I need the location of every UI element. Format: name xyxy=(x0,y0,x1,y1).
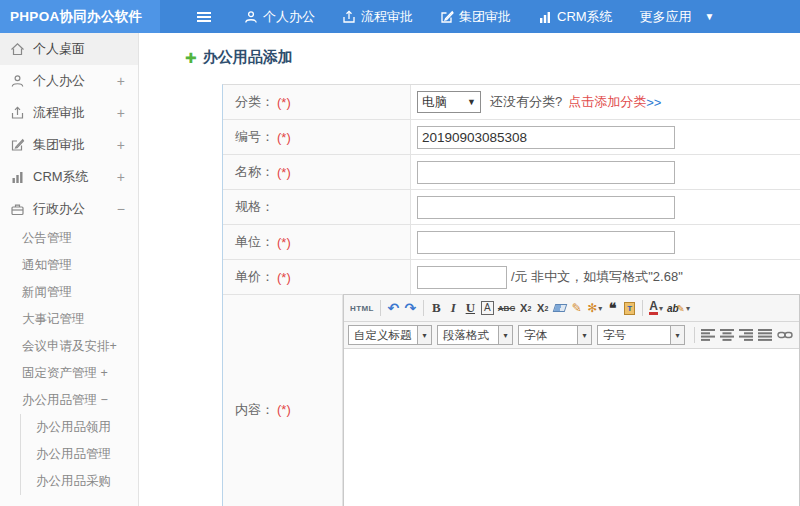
sidebar-item-group-approval[interactable]: 集团审批 + xyxy=(0,129,138,161)
html-source-button[interactable]: HTML xyxy=(348,298,376,319)
eraser-icon[interactable] xyxy=(551,298,568,319)
editor-toolbar-row1: HTML ↶ ↷ B I U A ABC X2 X2 ✎ xyxy=(344,295,799,322)
sidebar-item-supplies-purchase[interactable]: 办公用品采购 xyxy=(21,468,138,495)
nav-item-crm[interactable]: CRM系统 xyxy=(538,8,613,26)
required-mark: (*) xyxy=(277,270,291,285)
sidebar-item-announcement-mgmt[interactable]: 公告管理 xyxy=(0,225,138,252)
clean-format-brush-icon[interactable]: ✎ xyxy=(568,298,585,319)
required-mark: (*) xyxy=(277,95,291,110)
form-row-name: 名称：(*) xyxy=(223,155,800,190)
sidebar-item-desktop[interactable]: 个人桌面 xyxy=(0,33,138,65)
expand-icon[interactable]: + xyxy=(117,105,125,121)
bold-button[interactable]: B xyxy=(428,298,445,319)
sidebar-item-assets-mgmt[interactable]: 固定资产管理 + xyxy=(0,360,138,387)
approve-flow-icon xyxy=(342,10,356,24)
caret-down-icon[interactable]: ▼ xyxy=(705,11,715,22)
page-title: 办公用品添加 xyxy=(203,48,293,67)
required-mark: (*) xyxy=(277,130,291,145)
font-family-select[interactable]: 字体▾ xyxy=(518,325,592,345)
undo-icon[interactable]: ↶ xyxy=(385,298,402,319)
required-mark: (*) xyxy=(277,165,291,180)
editor-content-area[interactable] xyxy=(344,349,799,506)
category-select[interactable]: 电脑 ▼ xyxy=(417,91,481,113)
font-style-button[interactable]: A xyxy=(481,301,494,315)
top-nav: 个人办公 流程审批 集团审批 CRM系统 更多应用 ▼ xyxy=(160,0,800,33)
format-painter-icon[interactable]: ✻▾ xyxy=(585,298,604,319)
sidebar-item-supplies-manage[interactable]: 办公用品管理 xyxy=(21,441,138,468)
spec-label: 规格： xyxy=(235,198,274,216)
select-caret-icon: ▾ xyxy=(417,326,431,344)
paragraph-format-select[interactable]: 段落格式▾ xyxy=(437,325,513,345)
font-size-select[interactable]: 字号▾ xyxy=(597,325,685,345)
edit-square-icon xyxy=(440,10,454,24)
required-mark: (*) xyxy=(277,235,291,250)
price-format-hint: /元 非中文，如填写格式"2.68" xyxy=(511,268,683,286)
expand-icon[interactable]: + xyxy=(117,137,125,153)
custom-title-select[interactable]: 自定义标题▾ xyxy=(348,325,432,345)
app-logo: PHPOA协同办公软件 xyxy=(0,0,160,33)
unit-label: 单位： xyxy=(235,233,274,251)
sidebar-item-meeting-mgmt[interactable]: 会议申请及安排+ xyxy=(0,333,138,360)
home-icon xyxy=(9,42,25,56)
sidebar-item-crm[interactable]: CRM系统 + xyxy=(0,161,138,193)
expand-icon[interactable]: + xyxy=(117,73,125,89)
editor-toolbar-row2: 自定义标题▾ 段落格式▾ 字体▾ 字号▾ xyxy=(344,322,799,349)
unit-input[interactable] xyxy=(417,231,675,254)
font-color-button[interactable]: A▾ xyxy=(647,298,665,319)
align-right-icon[interactable] xyxy=(737,325,756,346)
align-justify-icon[interactable] xyxy=(756,325,775,346)
sidebar-item-admin-office[interactable]: 行政办公 − xyxy=(0,193,138,225)
price-input[interactable] xyxy=(417,266,507,289)
link-icon[interactable] xyxy=(775,325,795,346)
no-category-hint: 还没有分类? xyxy=(490,93,562,111)
sidebar-item-supplies-claim[interactable]: 办公用品领用 xyxy=(21,414,138,441)
form-row-spec: 规格： xyxy=(223,190,800,225)
nav-item-workflow-approval[interactable]: 流程审批 xyxy=(342,8,413,26)
redo-icon[interactable]: ↷ xyxy=(402,298,419,319)
select-caret-icon: ▾ xyxy=(670,326,684,344)
blockquote-icon[interactable]: ❝ xyxy=(604,298,621,319)
nav-item-personal-office[interactable]: 个人办公 xyxy=(244,8,315,26)
form-row-code: 编号：(*) xyxy=(223,120,800,155)
approve-flow-icon xyxy=(9,106,25,120)
name-input[interactable] xyxy=(417,161,675,184)
name-label: 名称： xyxy=(235,163,274,181)
rich-text-editor: HTML ↶ ↷ B I U A ABC X2 X2 ✎ xyxy=(343,294,800,506)
form-row-category: 分类：(*) 电脑 ▼ 还没有分类? 点击添加分类 >> xyxy=(223,85,800,120)
sidebar-item-workflow-approval[interactable]: 流程审批 + xyxy=(0,97,138,129)
bar-chart-icon xyxy=(538,10,552,24)
align-left-icon[interactable] xyxy=(699,325,718,346)
sidebar-item-notice-mgmt[interactable]: 通知管理 xyxy=(0,252,138,279)
code-input[interactable] xyxy=(417,126,675,149)
collapse-icon[interactable]: − xyxy=(117,201,125,217)
add-category-link[interactable]: 点击添加分类 xyxy=(568,93,646,111)
add-supply-form: 分类：(*) 电脑 ▼ 还没有分类? 点击添加分类 >> 编号：(*) 名称：(… xyxy=(222,84,800,506)
subscript-button[interactable]: X2 xyxy=(534,298,551,319)
form-row-unit: 单位：(*) xyxy=(223,225,800,260)
paste-icon[interactable]: T xyxy=(621,298,638,319)
sidebar-item-supplies-mgmt[interactable]: 办公用品管理 − xyxy=(0,387,138,414)
underline-button[interactable]: U xyxy=(462,298,479,319)
nav-item-more-apps[interactable]: 更多应用 xyxy=(640,8,692,26)
form-row-content: 内容：(*) HTML ↶ ↷ B I U A ABC X2 xyxy=(223,295,800,506)
highlight-color-button[interactable]: ab✎▾ xyxy=(665,298,692,319)
content-label: 内容： xyxy=(235,401,274,419)
expand-icon[interactable]: + xyxy=(117,169,125,185)
superscript-button[interactable]: X2 xyxy=(517,298,534,319)
sidebar-item-personal-office[interactable]: 个人办公 + xyxy=(0,65,138,97)
sidebar-item-news-mgmt[interactable]: 新闻管理 xyxy=(0,279,138,306)
price-label: 单价： xyxy=(235,268,274,286)
nav-item-group-approval[interactable]: 集团审批 xyxy=(440,8,511,26)
strikethrough-button[interactable]: ABC xyxy=(496,298,517,319)
add-category-link-arrows[interactable]: >> xyxy=(646,95,661,110)
align-center-icon[interactable] xyxy=(718,325,737,346)
briefcase-icon xyxy=(9,202,25,216)
user-icon xyxy=(9,74,25,88)
sidebar-item-events-mgmt[interactable]: 大事记管理 xyxy=(0,306,138,333)
page-head: ✚ 办公用品添加 xyxy=(185,48,800,67)
main-content: ✚ 办公用品添加 分类：(*) 电脑 ▼ 还没有分类? 点击添加分类 >> 编号… xyxy=(140,33,800,506)
select-caret-icon: ▾ xyxy=(498,326,512,344)
italic-button[interactable]: I xyxy=(445,298,462,319)
menu-toggle-icon[interactable] xyxy=(196,10,217,24)
spec-input[interactable] xyxy=(417,196,675,219)
